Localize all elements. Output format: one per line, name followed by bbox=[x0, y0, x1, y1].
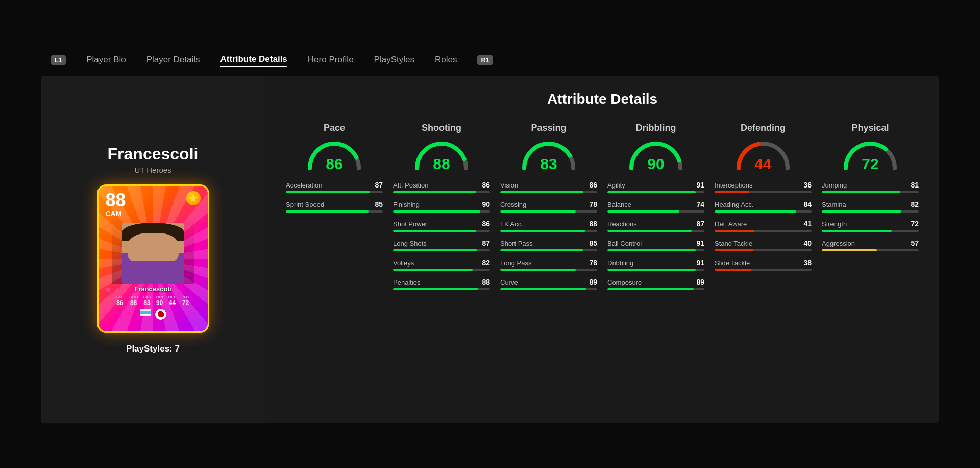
stat-value: 88 bbox=[589, 220, 597, 228]
stat-bar-fill bbox=[607, 288, 694, 290]
stat-value: 90 bbox=[482, 200, 490, 208]
stat-name: Def. Aware bbox=[715, 220, 747, 228]
stat-name: Crossing bbox=[500, 201, 526, 208]
nav-tab-playstyles[interactable]: PlayStyles bbox=[374, 53, 414, 67]
stat-row: Finishing90 bbox=[393, 200, 490, 213]
stat-name: Acceleration bbox=[286, 181, 323, 189]
flag-uruguay bbox=[140, 309, 151, 316]
stat-bar-bg bbox=[393, 288, 490, 290]
stat-value: 91 bbox=[696, 259, 704, 267]
stat-value: 40 bbox=[803, 239, 812, 247]
nav-tab-hero-profile[interactable]: Hero Profile bbox=[308, 53, 354, 67]
stat-row: Aggression57 bbox=[822, 239, 919, 251]
stat-bar-bg bbox=[500, 210, 597, 213]
stat-rows-4: Interceptions36Heading Acc.84Def. Aware4… bbox=[715, 181, 812, 271]
card-heart-icon: ♥ bbox=[106, 285, 111, 295]
stat-bar-fill bbox=[393, 210, 480, 213]
stat-name: Slide Tackle bbox=[715, 259, 750, 267]
card-rating: 88 bbox=[106, 191, 126, 209]
stat-value: 87 bbox=[375, 181, 383, 189]
gauge-defending: 44 bbox=[735, 138, 791, 172]
nav-tabs: L1 Player BioPlayer DetailsAttribute Det… bbox=[41, 45, 939, 75]
stat-row: Att. Position86 bbox=[393, 181, 490, 193]
stat-bar-bg bbox=[286, 191, 383, 193]
stat-bar-bg bbox=[607, 191, 704, 193]
card-position: CAM bbox=[106, 209, 122, 218]
card-stat-def: DEF44 bbox=[168, 295, 176, 307]
attr-col-title-4: Defending bbox=[741, 123, 786, 133]
gauge-passing: 83 bbox=[521, 138, 577, 172]
gauge-value-physical: 72 bbox=[862, 156, 878, 172]
player-card: 88 CAM ⭐ ♥ Francescoli PAC86SHO88PAS83DR… bbox=[97, 184, 209, 333]
stat-row: Reactions87 bbox=[607, 220, 704, 232]
card-stats-row: PAC86SHO88PAS83DRI90DEF44PHY72 bbox=[112, 293, 194, 309]
stat-row: Curve89 bbox=[500, 278, 597, 290]
stat-bar-bg bbox=[715, 191, 812, 193]
stat-bar-fill bbox=[715, 210, 796, 213]
player-face bbox=[122, 223, 184, 284]
stat-name: Penalties bbox=[393, 278, 420, 286]
stat-bar-fill bbox=[500, 269, 576, 271]
attr-col-title-2: Passing bbox=[531, 123, 566, 133]
stat-bar-bg bbox=[607, 249, 704, 251]
nav-tab-attribute-details[interactable]: Attribute Details bbox=[220, 52, 287, 67]
stat-bar-fill bbox=[500, 191, 583, 193]
stat-bar-fill bbox=[715, 249, 753, 251]
nav-tab-player-bio[interactable]: Player Bio bbox=[86, 53, 126, 67]
stat-bar-bg bbox=[393, 230, 490, 232]
stat-row: Volleys82 bbox=[393, 259, 490, 271]
player-subtitle: UT Heroes bbox=[134, 166, 171, 174]
stat-bar-bg bbox=[715, 210, 812, 213]
stat-name: Jumping bbox=[822, 181, 847, 189]
stat-bar-fill bbox=[500, 230, 585, 232]
attr-col-defending: Defending 44Interceptions36Heading Acc.8… bbox=[715, 123, 812, 290]
stat-bar-bg bbox=[607, 210, 704, 213]
stat-rows-3: Agility91Balance74Reactions87Ball Contro… bbox=[607, 181, 704, 290]
stat-value: 36 bbox=[803, 181, 812, 189]
stat-name: FK Acc. bbox=[500, 220, 523, 228]
stat-name: Strength bbox=[822, 220, 847, 228]
stat-name: Stand Tackle bbox=[715, 240, 752, 247]
stat-bar-fill bbox=[715, 269, 751, 271]
stat-bar-fill bbox=[393, 191, 476, 193]
card-hero-badge: ⭐ bbox=[186, 191, 201, 205]
stat-bar-bg bbox=[500, 191, 597, 193]
stat-row: Vision86 bbox=[500, 181, 597, 193]
stat-value: 85 bbox=[589, 239, 597, 247]
gauge-pace: 86 bbox=[306, 138, 362, 172]
stat-value: 38 bbox=[803, 259, 812, 267]
stat-row: Short Pass85 bbox=[500, 239, 597, 251]
stat-bar-bg bbox=[393, 249, 490, 251]
flag-atletico bbox=[155, 309, 166, 320]
stat-bar-bg bbox=[607, 288, 704, 290]
stat-row: Slide Tackle38 bbox=[715, 259, 812, 271]
card-flags bbox=[140, 309, 166, 324]
stat-bar-fill bbox=[286, 210, 369, 213]
stat-row: Long Shots87 bbox=[393, 239, 490, 251]
stat-name: Ball Control bbox=[607, 240, 642, 247]
stat-name: Balance bbox=[607, 201, 631, 208]
stat-row: Long Pass78 bbox=[500, 259, 597, 271]
attributes-grid: Pace 86Acceleration87Sprint Speed85Shoot… bbox=[286, 123, 919, 290]
stat-name: Finishing bbox=[393, 201, 420, 208]
stat-bar-fill bbox=[393, 230, 476, 232]
stat-bar-fill bbox=[607, 269, 696, 271]
stat-name: Shot Power bbox=[393, 220, 427, 228]
stat-row: Interceptions36 bbox=[715, 181, 812, 193]
stat-bar-fill bbox=[286, 191, 370, 193]
stat-bar-fill bbox=[822, 191, 900, 193]
stat-value: 84 bbox=[803, 200, 812, 208]
stat-bar-fill bbox=[822, 249, 877, 251]
stat-bar-bg bbox=[500, 230, 597, 232]
stat-value: 74 bbox=[696, 200, 704, 208]
stat-bar-bg bbox=[393, 269, 490, 271]
stat-bar-bg bbox=[715, 269, 812, 271]
gauge-value-dribbling: 90 bbox=[647, 156, 664, 172]
stat-row: Dribbling91 bbox=[607, 259, 704, 271]
nav-tab-player-details[interactable]: Player Details bbox=[146, 53, 200, 67]
nav-tab-roles[interactable]: Roles bbox=[435, 53, 457, 67]
stat-bar-fill bbox=[607, 210, 679, 213]
stat-value: 86 bbox=[482, 220, 490, 228]
stat-row: Shot Power86 bbox=[393, 220, 490, 232]
stat-value: 85 bbox=[375, 200, 383, 208]
